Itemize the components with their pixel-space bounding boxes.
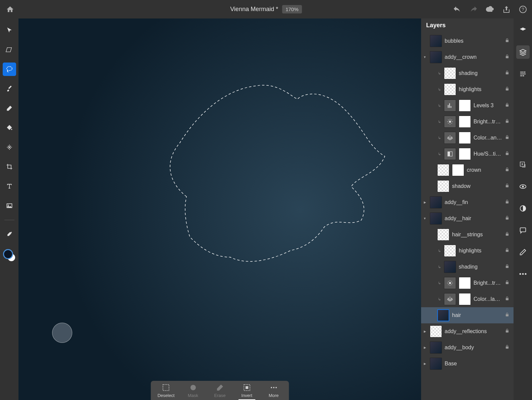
layer-row[interactable]: bubbles xyxy=(421,33,514,49)
cloud-icon[interactable] xyxy=(486,5,494,13)
color-swatches[interactable] xyxy=(3,249,16,262)
clip-indicator-icon: ↳ xyxy=(437,71,441,76)
lock-icon[interactable] xyxy=(505,280,511,286)
layer-thumbnail xyxy=(430,342,442,354)
layer-properties-icon[interactable] xyxy=(516,67,530,81)
layer-row[interactable]: ↳shading xyxy=(421,65,514,81)
layers-compact-icon[interactable] xyxy=(516,24,530,37)
layer-row[interactable]: ↳highlights xyxy=(421,243,514,259)
lock-icon[interactable] xyxy=(505,296,511,302)
deselect-button[interactable]: Deselect xyxy=(158,384,175,400)
layer-name: addy__crown xyxy=(445,54,502,60)
layer-row[interactable]: ↳Levels 3 xyxy=(421,97,514,114)
lock-icon[interactable] xyxy=(505,264,511,270)
lock-icon[interactable] xyxy=(505,86,511,92)
layer-row[interactable]: Base xyxy=(421,356,514,372)
lock-icon[interactable] xyxy=(505,70,511,76)
lock-icon[interactable] xyxy=(505,119,511,125)
layer-row[interactable]: addy__body xyxy=(421,339,514,356)
layer-disclosure[interactable] xyxy=(422,201,427,204)
eraser-tool[interactable] xyxy=(3,102,16,115)
lock-icon[interactable] xyxy=(505,38,511,44)
redeye-icon[interactable] xyxy=(516,245,530,259)
lock-icon[interactable] xyxy=(505,183,511,189)
layer-thumbnail xyxy=(430,358,442,370)
heal-tool[interactable] xyxy=(3,141,16,154)
more-button[interactable]: More xyxy=(265,384,282,400)
layer-name: shading xyxy=(459,264,502,270)
layer-row[interactable]: ↳Color...lance 21 xyxy=(421,291,514,307)
layer-row[interactable]: addy__reflections xyxy=(421,323,514,339)
lock-icon[interactable] xyxy=(505,167,511,173)
layer-row[interactable]: ↳Bright...trast 32 xyxy=(421,114,514,130)
move-tool[interactable] xyxy=(3,24,16,37)
svg-rect-37 xyxy=(506,266,508,268)
layer-row[interactable]: ↳Hue/S...tion 19 xyxy=(421,146,514,162)
lock-icon[interactable] xyxy=(505,215,511,222)
visibility-icon[interactable] xyxy=(516,180,530,193)
layer-disclosure[interactable] xyxy=(422,217,427,220)
home-button[interactable] xyxy=(5,4,15,14)
layer-row[interactable]: ↳highlights xyxy=(421,81,514,97)
layer-row[interactable]: shadow xyxy=(421,178,514,194)
lock-icon[interactable] xyxy=(505,103,511,109)
layer-disclosure[interactable] xyxy=(422,330,427,333)
brush-tool[interactable] xyxy=(3,82,16,95)
invert-button[interactable]: Invert xyxy=(238,384,255,400)
layers-list[interactable]: bubblesaddy__crown↳shading↳highlights↳Le… xyxy=(421,33,514,400)
mask-button: Mask xyxy=(185,384,201,400)
crop-tool[interactable] xyxy=(3,160,16,173)
comments-icon[interactable] xyxy=(516,224,530,237)
layer-disclosure[interactable] xyxy=(422,346,427,349)
zoom-level[interactable]: 170% xyxy=(282,5,302,13)
selection-marching-ants xyxy=(103,69,388,304)
redo-button[interactable] xyxy=(469,5,478,13)
help-button[interactable]: ? xyxy=(519,5,527,13)
place-image-tool[interactable] xyxy=(3,199,16,212)
svg-point-19 xyxy=(275,387,277,388)
layer-row[interactable]: ↳shading xyxy=(421,259,514,275)
layer-row[interactable]: addy__fin xyxy=(421,194,514,210)
lock-icon[interactable] xyxy=(505,199,511,205)
eyedropper-tool[interactable] xyxy=(3,228,16,241)
lock-icon[interactable] xyxy=(505,135,511,141)
layer-thumbnail xyxy=(430,196,442,208)
layer-thumbnail xyxy=(437,309,449,321)
layer-row[interactable]: ↳Color...ance 23 xyxy=(421,130,514,146)
fill-tool[interactable] xyxy=(3,121,16,134)
lock-icon[interactable] xyxy=(505,232,511,238)
layer-row[interactable]: addy__crown xyxy=(421,49,514,65)
layer-row[interactable]: hair__strings xyxy=(421,227,514,243)
lock-icon[interactable] xyxy=(505,328,511,334)
lock-icon[interactable] xyxy=(505,345,511,351)
more-actions-icon[interactable] xyxy=(516,267,530,281)
clip-indicator-icon: ↳ xyxy=(437,120,441,124)
undo-button[interactable] xyxy=(453,5,461,13)
layer-thumbnail xyxy=(444,261,456,273)
layer-name: Base xyxy=(445,361,502,367)
type-tool[interactable] xyxy=(3,179,16,193)
layer-name: crown xyxy=(467,167,502,173)
lock-icon[interactable] xyxy=(505,151,511,157)
layer-row[interactable]: crown xyxy=(421,162,514,178)
svg-rect-34 xyxy=(506,217,508,219)
layer-thumbnail xyxy=(444,116,456,128)
lock-icon[interactable] xyxy=(505,312,511,318)
lock-icon[interactable] xyxy=(505,54,511,60)
share-button[interactable] xyxy=(502,5,510,13)
foreground-color[interactable] xyxy=(3,249,13,259)
appearance-icon[interactable] xyxy=(516,202,530,215)
layer-disclosure[interactable] xyxy=(422,362,427,365)
layer-disclosure[interactable] xyxy=(422,55,427,59)
add-layer-icon[interactable] xyxy=(516,158,530,171)
layer-row[interactable]: ↳Bright...trast 31 xyxy=(421,275,514,291)
lasso-tool[interactable] xyxy=(3,63,16,76)
layer-row[interactable]: hair xyxy=(421,307,514,323)
layer-row[interactable]: addy__hair xyxy=(421,210,514,227)
canvas[interactable]: DeselectMaskEraseInvertMore xyxy=(18,18,421,400)
layer-name: Levels 3 xyxy=(474,103,502,109)
layer-name: hair__strings xyxy=(452,232,502,238)
transform-tool[interactable] xyxy=(3,43,16,56)
lock-icon[interactable] xyxy=(505,248,511,254)
layers-expanded-icon[interactable] xyxy=(516,45,530,59)
